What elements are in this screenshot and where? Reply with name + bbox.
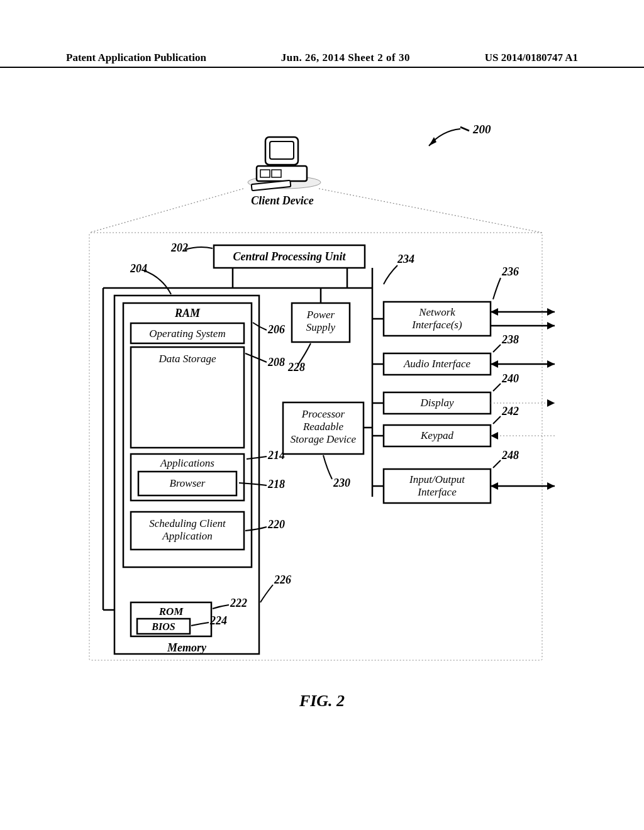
ref-224: 224 bbox=[209, 614, 227, 627]
label-net-1: Network bbox=[418, 306, 455, 318]
label-prsd-1: Processor bbox=[301, 408, 345, 420]
svg-marker-56 bbox=[491, 482, 498, 490]
ref-240: 240 bbox=[501, 372, 519, 385]
ref-222: 222 bbox=[230, 597, 247, 609]
svg-rect-10 bbox=[272, 170, 281, 177]
computer-icon bbox=[248, 137, 321, 191]
page: Patent Application Publication Jun. 26, … bbox=[0, 0, 644, 830]
svg-marker-42 bbox=[547, 360, 555, 368]
label-client-device: Client Device bbox=[251, 194, 313, 207]
label-data-storage: Data Storage bbox=[158, 353, 216, 365]
svg-marker-35 bbox=[547, 308, 555, 316]
ref-204: 204 bbox=[130, 262, 147, 275]
header-left: Patent Application Publication bbox=[66, 52, 206, 64]
svg-line-1 bbox=[89, 189, 243, 233]
label-prsd-3: Storage Device bbox=[291, 433, 357, 445]
ref-234: 234 bbox=[397, 253, 414, 265]
svg-line-2 bbox=[319, 189, 542, 233]
svg-marker-38 bbox=[547, 322, 555, 329]
label-power-2: Supply bbox=[306, 321, 336, 333]
page-header: Patent Application Publication Jun. 26, … bbox=[0, 52, 644, 68]
svg-rect-9 bbox=[260, 170, 270, 177]
ref-236: 236 bbox=[501, 265, 519, 278]
label-audio: Audio Interface bbox=[403, 358, 471, 370]
ref-248: 248 bbox=[501, 449, 519, 462]
ref-202: 202 bbox=[170, 241, 188, 254]
label-os: Operating System bbox=[149, 328, 225, 340]
label-sched-1: Scheduling Client bbox=[149, 517, 226, 529]
svg-marker-3 bbox=[429, 137, 436, 146]
ref-242: 242 bbox=[501, 405, 519, 418]
label-io-1: Input/Output bbox=[409, 473, 465, 485]
ref-230: 230 bbox=[333, 477, 350, 489]
svg-rect-7 bbox=[270, 141, 294, 159]
ref-206: 206 bbox=[267, 323, 285, 336]
svg-marker-55 bbox=[547, 482, 555, 490]
label-rom: ROM bbox=[158, 606, 184, 617]
svg-marker-47 bbox=[547, 399, 555, 407]
figure-2: 200 Client Device Central Processing Uni… bbox=[70, 119, 555, 685]
label-net-2: Interface(s) bbox=[411, 319, 462, 331]
ref-200: 200 bbox=[472, 123, 491, 136]
label-prsd-2: Readable bbox=[303, 421, 344, 433]
svg-marker-43 bbox=[491, 360, 498, 368]
header-right: US 2014/0180747 A1 bbox=[485, 52, 578, 64]
label-bios: BIOS bbox=[151, 621, 175, 632]
label-memory: Memory bbox=[167, 641, 207, 654]
figure-caption: FIG. 2 bbox=[0, 692, 644, 711]
label-io-2: Interface bbox=[417, 486, 457, 498]
svg-marker-51 bbox=[491, 432, 498, 440]
label-browser: Browser bbox=[170, 477, 206, 489]
label-apps: Applications bbox=[160, 457, 214, 469]
label-keypad: Keypad bbox=[420, 429, 453, 441]
svg-line-4 bbox=[460, 127, 469, 131]
label-ram: RAM bbox=[174, 307, 201, 319]
label-display: Display bbox=[420, 397, 454, 409]
ref-218: 218 bbox=[267, 478, 285, 490]
ref-238: 238 bbox=[501, 333, 519, 346]
label-power-1: Power bbox=[306, 309, 335, 321]
ref-208: 208 bbox=[267, 356, 285, 368]
ref-228: 228 bbox=[287, 361, 305, 374]
ref-226: 226 bbox=[274, 573, 291, 586]
svg-marker-36 bbox=[491, 308, 498, 316]
label-cpu: Central Processing Unit bbox=[233, 250, 346, 263]
label-sched-2: Application bbox=[162, 530, 212, 542]
header-mid: Jun. 26, 2014 Sheet 2 of 30 bbox=[281, 52, 410, 64]
ref-220: 220 bbox=[267, 518, 285, 531]
